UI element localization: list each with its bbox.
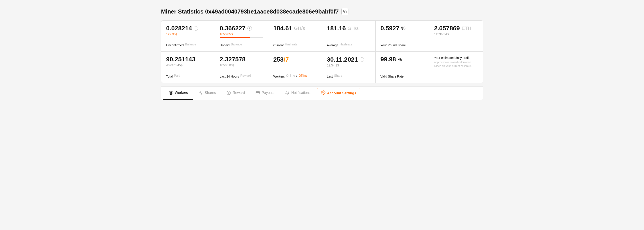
unconfirmed-label: Unconfirmed xyxy=(166,43,184,47)
last-share-label: Last xyxy=(327,75,332,78)
copy-button[interactable] xyxy=(341,8,348,15)
unpaid-info-icon[interactable]: i xyxy=(248,26,252,31)
workers-cell: 253 / 7 Workers Online / Offline xyxy=(268,52,322,83)
last24h-label: Last 24 Hours xyxy=(220,75,239,78)
tab-notifications-label: Notifications xyxy=(291,91,310,95)
tab-shares[interactable]: Shares xyxy=(193,87,221,100)
svg-rect-0 xyxy=(344,11,346,13)
page-title: Miner Statistics 0x49ad0040793be1aace8d0… xyxy=(161,8,339,15)
workers-online-label: Online xyxy=(286,74,295,77)
daily-profit-title: Your estimated daily profit xyxy=(434,56,478,60)
tab-workers[interactable]: Workers xyxy=(164,87,193,100)
average-hashrate-suffix: GH/s xyxy=(348,26,358,31)
current-hashrate-value: 184.61 xyxy=(273,25,292,32)
round-share-cell: 0.5927 % Your Round Share xyxy=(376,21,429,52)
workers-label: Workers xyxy=(273,75,285,78)
average-hashrate-label-row: Average Hashrate xyxy=(327,42,370,47)
last24h-reward-cell: 2.327578 10506.09$ Last 24 Hours Reward xyxy=(215,52,268,83)
eth-usd: 11996.94$ xyxy=(434,32,478,36)
unpaid-value: 0.366227 xyxy=(220,25,246,32)
unpaid-label-row: Unpaid Balance xyxy=(220,42,263,47)
unconfirmed-balance-cell: 0.028214 i 127.35$ Unconfirmed Balance xyxy=(162,21,215,52)
last24h-label-gray: Reward xyxy=(240,74,251,77)
account-settings-label: Account Settings xyxy=(327,91,356,95)
chart-icon xyxy=(198,91,203,95)
valid-share-label-row: Valid Share Rate xyxy=(380,73,424,78)
wallet-icon xyxy=(256,91,260,95)
unconfirmed-label-gray: Balance xyxy=(185,43,196,46)
unpaid-progress-container xyxy=(220,37,263,38)
total-paid-label: Total xyxy=(166,75,173,78)
tab-shares-label: Shares xyxy=(205,91,216,95)
tab-notifications[interactable]: Notifications xyxy=(280,87,316,100)
daily-profit-subtitle: Approximate reward calculation based on … xyxy=(434,60,478,68)
current-hashrate-cell: 184.61 GH/s Current Hashrate xyxy=(268,21,322,52)
svg-point-5 xyxy=(322,92,324,93)
last-share-label-row: Last Share xyxy=(327,73,370,78)
page-header: Miner Statistics 0x49ad0040793be1aace8d0… xyxy=(161,5,483,15)
valid-share-rate-cell: 99.98 % Valid Share Rate xyxy=(376,52,429,83)
valid-share-label: Valid Share Rate xyxy=(380,75,404,78)
unpaid-progress-fill xyxy=(220,37,250,38)
round-share-label: Your Round Share xyxy=(380,43,406,47)
last-share-time: 12:54:13 xyxy=(327,64,370,67)
unpaid-label-gray: Balance xyxy=(231,43,242,46)
unpaid-label: Unpaid xyxy=(220,43,230,47)
unpaid-usd: 1653.05$ xyxy=(220,32,263,36)
unconfirmed-value: 0.028214 xyxy=(166,25,192,32)
last-share-info-icon[interactable]: i xyxy=(360,57,364,62)
eth-value-cell: 2.657869 ETH 11996.94$ xyxy=(429,21,482,52)
svg-point-2 xyxy=(227,91,230,95)
average-hashrate-cell: 181.16 GH/s Average Hashrate xyxy=(322,21,376,52)
last24h-usd: 10506.09$ xyxy=(220,63,263,67)
tab-reward[interactable]: Reward xyxy=(221,87,250,100)
nav-tabs: Workers Shares Reward xyxy=(161,86,483,100)
current-hashrate-label-row: Current Hashrate xyxy=(273,42,317,47)
valid-share-suffix: % xyxy=(398,57,402,62)
total-paid-value: 90.251143 xyxy=(166,56,196,63)
total-paid-label-row: Total Paid xyxy=(166,73,210,78)
last-share-date: 30.11.2021 xyxy=(327,56,358,63)
svg-rect-4 xyxy=(256,91,260,94)
average-hashrate-label: Average xyxy=(327,43,338,47)
last24h-value: 2.327578 xyxy=(220,56,246,63)
total-paid-label-gray: Paid xyxy=(174,74,180,77)
toggle-icon xyxy=(226,91,231,95)
tab-account-settings[interactable]: Account Settings xyxy=(317,88,360,98)
workers-value-row: 253 / 7 xyxy=(273,56,317,63)
current-hashrate-suffix: GH/s xyxy=(294,26,305,31)
round-share-label-row: Your Round Share xyxy=(380,42,424,47)
current-hashrate-label-gray: Hashrate xyxy=(285,43,298,46)
workers-offline-label: Offline xyxy=(298,74,307,77)
eth-value: 2.657869 xyxy=(434,25,460,32)
last-share-cell: 30.11.2021 i 12:54:13 Last Share xyxy=(322,52,376,83)
average-hashrate-value: 181.16 xyxy=(327,25,346,32)
current-hashrate-label: Current xyxy=(273,43,284,47)
tab-payouts[interactable]: Payouts xyxy=(250,87,280,100)
tab-workers-label: Workers xyxy=(175,91,188,95)
stats-grid: 0.028214 i 127.35$ Unconfirmed Balance 0… xyxy=(161,20,483,83)
svg-marker-1 xyxy=(169,91,173,93)
total-paid-usd: 407370.45$ xyxy=(166,63,210,67)
layers-icon xyxy=(169,91,173,95)
tab-reward-label: Reward xyxy=(232,91,245,95)
unconfirmed-usd: 127.35$ xyxy=(166,32,210,36)
tab-payouts-label: Payouts xyxy=(262,91,274,95)
unconfirmed-label-row: Unconfirmed Balance xyxy=(166,42,210,47)
last24h-label-row: Last 24 Hours Reward xyxy=(220,73,263,78)
last-share-label-gray: Share xyxy=(334,74,342,77)
average-hashrate-label-gray: Hashrate xyxy=(340,43,352,46)
round-share-value: 0.5927 xyxy=(380,25,400,32)
main-container: Miner Statistics 0x49ad0040793be1aace8d0… xyxy=(161,5,483,100)
svg-point-3 xyxy=(228,92,229,93)
round-share-suffix: % xyxy=(401,26,406,31)
workers-offline-count: 7 xyxy=(286,56,289,63)
unconfirmed-info-icon[interactable]: i xyxy=(194,26,198,31)
unpaid-balance-cell: 0.366227 i 1653.05$ Unpaid Balance xyxy=(215,21,268,52)
total-paid-cell: 90.251143 407370.45$ Total Paid xyxy=(162,52,215,83)
valid-share-value: 99.98 xyxy=(380,56,396,63)
eth-suffix: ETH xyxy=(462,26,471,31)
workers-online-count: 253 xyxy=(273,56,284,63)
daily-profit-cell: Your estimated daily profit Approximate … xyxy=(429,52,482,83)
bell-icon xyxy=(285,91,290,95)
